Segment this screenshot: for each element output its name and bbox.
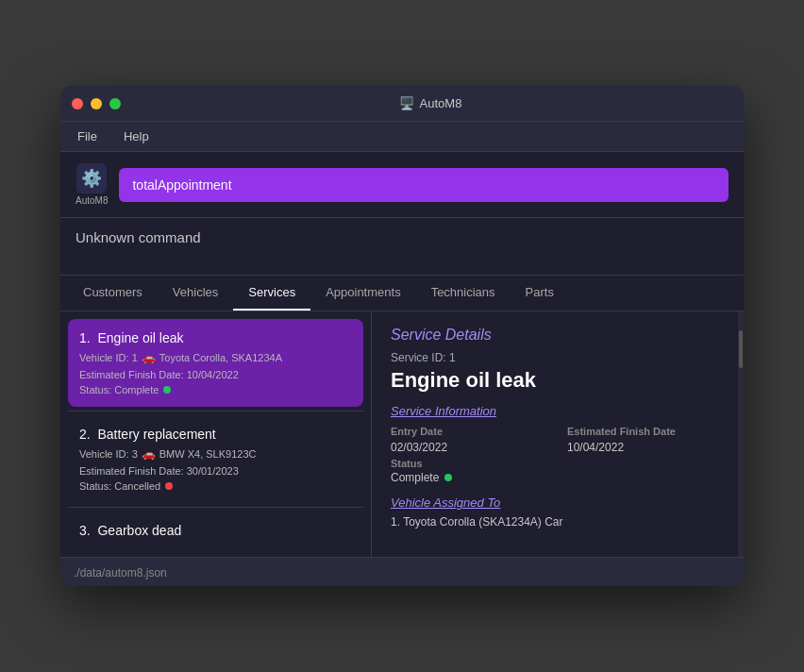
service-item-status: Status: Cancelled [79, 480, 352, 492]
status-value: Complete [391, 471, 725, 484]
service-detail: Service Details Service ID: 1 Engine oil… [372, 311, 744, 544]
output-area: Unknown command [60, 218, 744, 275]
vehicle-assigned-value: 1. Toyota Corolla (SKA1234A) Car [391, 515, 725, 529]
tab-services[interactable]: Services [233, 276, 310, 311]
car-icon: 🚗 [142, 349, 156, 367]
app-logo-icon: ⚙️ [76, 163, 107, 193]
scroll-track[interactable] [738, 311, 744, 557]
statusbar: ./data/autom8.json [60, 557, 744, 586]
service-item-meta: Vehicle ID: 3 🚗 BMW X4, SLK9123C [79, 445, 352, 463]
app-logo-label: AutoM8 [75, 195, 108, 206]
status-section: Status Complete [391, 458, 725, 484]
service-id: Service ID: 1 [391, 351, 725, 364]
status-label: Status [391, 458, 725, 469]
titlebar: 🖥️ AutoM8 [60, 86, 744, 122]
command-input[interactable] [119, 168, 729, 202]
finish-date-value: 10/04/2022 [567, 441, 725, 454]
detail-heading: Service Details [391, 327, 725, 344]
service-item-date: Estimated Finish Date: 30/01/2023 [79, 463, 352, 480]
entry-date-label: Entry Date [391, 426, 548, 437]
tabs-bar: Customers Vehicles Services Appointments… [60, 275, 744, 311]
service-item-title: 3. Gearbox dead [79, 523, 352, 538]
tab-appointments[interactable]: Appointments [310, 276, 416, 311]
list-divider [68, 411, 363, 412]
service-list: 1. Engine oil leak Vehicle ID: 1 🚗 Toyot… [60, 311, 372, 557]
scroll-thumb[interactable] [739, 330, 743, 368]
statusbar-path: ./data/autom8.json [74, 566, 167, 580]
tab-parts[interactable]: Parts [511, 276, 569, 311]
list-divider [68, 507, 363, 508]
minimize-button[interactable] [91, 98, 102, 109]
close-button[interactable] [72, 98, 83, 109]
service-name-big: Engine oil leak [391, 368, 725, 393]
entry-date-value: 02/03/2022 [391, 441, 548, 454]
list-item[interactable]: 2. Battery replacement Vehicle ID: 3 🚗 B… [68, 415, 363, 503]
menu-file[interactable]: File [72, 127, 103, 145]
status-dot-red [165, 482, 173, 490]
tab-technicians[interactable]: Technicians [416, 276, 511, 311]
finish-date-label: Estimated Finish Date [567, 426, 725, 437]
tab-vehicles[interactable]: Vehicles [158, 276, 233, 311]
menu-help[interactable]: Help [118, 127, 155, 145]
service-item-date: Estimated Finish Date: 10/04/2022 [79, 367, 352, 384]
service-detail-container: Service Details Service ID: 1 Engine oil… [372, 311, 744, 557]
service-item-status: Status: Complete [79, 384, 352, 395]
section-service-info: Service Information [391, 404, 725, 418]
vehicle-assigned-heading: Vehicle Assigned To [391, 496, 725, 510]
window-title: 🖥️ AutoM8 [128, 96, 732, 110]
status-dot-complete [444, 474, 452, 481]
logo-area: ⚙️ AutoM8 [75, 163, 108, 206]
content-area: 1. Engine oil leak Vehicle ID: 1 🚗 Toyot… [60, 311, 744, 557]
main-window: 🖥️ AutoM8 File Help ⚙️ AutoM8 Unknown co… [60, 86, 744, 586]
car-icon: 🚗 [142, 445, 156, 463]
info-grid: Entry Date Estimated Finish Date 02/03/2… [391, 426, 725, 454]
status-dot-green [163, 386, 171, 394]
menu-bar: File Help [60, 122, 744, 152]
service-item-title: 1. Engine oil leak [79, 330, 352, 345]
service-item-meta: Vehicle ID: 1 🚗 Toyota Corolla, SKA1234A [79, 349, 352, 367]
service-item-title: 2. Battery replacement [79, 427, 352, 442]
maximize-button[interactable] [109, 98, 121, 109]
list-item[interactable]: 1. Engine oil leak Vehicle ID: 1 🚗 Toyot… [68, 319, 363, 407]
output-message: Unknown command [75, 229, 201, 245]
toolbar: ⚙️ AutoM8 [60, 152, 744, 218]
title-icon: 🖥️ [399, 96, 414, 110]
list-item[interactable]: 3. Gearbox dead [68, 512, 363, 553]
tab-customers[interactable]: Customers [68, 276, 158, 311]
